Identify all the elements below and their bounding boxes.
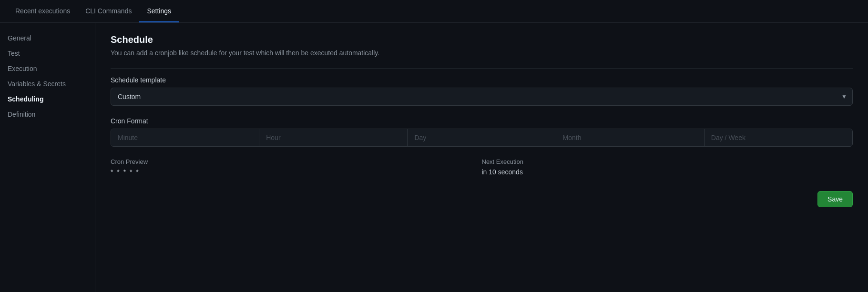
cron-hour-input[interactable] <box>259 129 408 146</box>
page-title: Schedule <box>111 34 853 45</box>
sidebar: General Test Execution Variables & Secre… <box>0 23 95 292</box>
cron-format-label: Cron Format <box>111 117 853 125</box>
main-content: Schedule You can add a cronjob like sche… <box>95 23 868 292</box>
sidebar-item-test[interactable]: Test <box>0 46 95 61</box>
cron-minute-input[interactable] <box>111 129 259 146</box>
next-execution-value: in 10 seconds <box>482 168 853 176</box>
sidebar-item-definition[interactable]: Definition <box>0 107 95 122</box>
schedule-template-label: Schedule template <box>111 76 853 84</box>
save-button[interactable]: Save <box>817 191 853 207</box>
divider <box>111 68 853 69</box>
cron-month-input[interactable] <box>556 129 705 146</box>
cron-preview-value: * * * * * <box>111 168 482 176</box>
schedule-template-group: Schedule template Custom Every minute Ev… <box>111 76 853 106</box>
footer-actions: Save <box>111 191 853 207</box>
schedule-template-select[interactable]: Custom Every minute Every hour Every day… <box>111 88 853 106</box>
cron-preview-label: Cron Preview <box>111 158 482 165</box>
cron-day-week-input[interactable] <box>705 129 852 146</box>
tab-settings[interactable]: Settings <box>139 0 179 22</box>
cron-preview-area: Cron Preview * * * * * <box>111 158 482 176</box>
next-execution-label: Next Execution <box>482 158 853 165</box>
sidebar-item-scheduling[interactable]: Scheduling <box>0 91 95 107</box>
cron-day-input[interactable] <box>408 129 556 146</box>
top-nav: Recent executions CLI Commands Settings <box>0 0 868 23</box>
page-description: You can add a cronjob like schedule for … <box>111 49 853 57</box>
cron-format-group: Cron Format <box>111 117 853 147</box>
next-execution-area: Next Execution in 10 seconds <box>482 158 853 176</box>
main-layout: General Test Execution Variables & Secre… <box>0 23 868 292</box>
schedule-template-wrapper: Custom Every minute Every hour Every day… <box>111 88 853 106</box>
tab-cli-commands[interactable]: CLI Commands <box>78 0 139 22</box>
preview-section: Cron Preview * * * * * Next Execution in… <box>111 158 853 176</box>
sidebar-item-execution[interactable]: Execution <box>0 61 95 76</box>
tab-recent-executions[interactable]: Recent executions <box>8 0 78 22</box>
sidebar-item-general[interactable]: General <box>0 30 95 46</box>
cron-inputs-container <box>111 129 853 147</box>
sidebar-item-variables-secrets[interactable]: Variables & Secrets <box>0 76 95 91</box>
